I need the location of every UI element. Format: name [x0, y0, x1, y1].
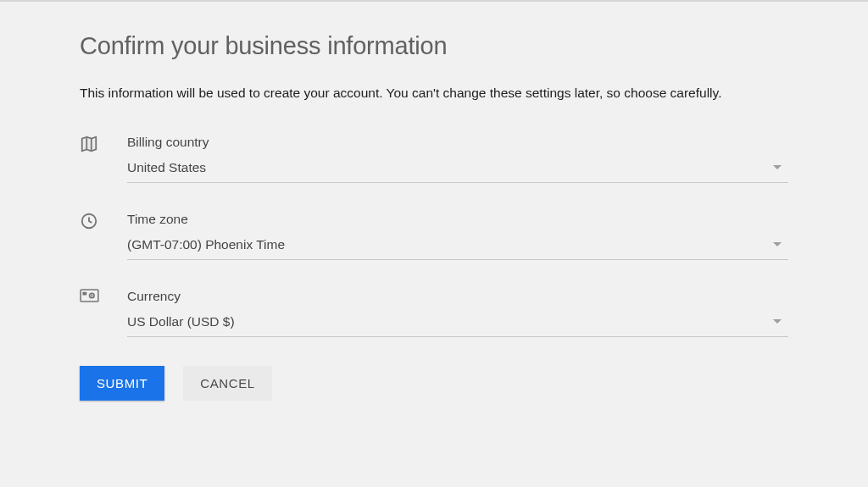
page-title: Confirm your business information	[80, 32, 788, 60]
currency-value: US Dollar (USD $)	[127, 314, 235, 329]
currency-label: Currency	[127, 289, 788, 304]
cancel-button[interactable]: Cancel	[183, 366, 271, 401]
page-subtitle: This information will be used to create …	[80, 84, 788, 102]
time-zone-dropdown[interactable]: (GMT-07:00) Phoenix Time	[127, 237, 788, 260]
billing-country-value: United States	[127, 160, 206, 175]
button-row: Submit Cancel	[80, 366, 788, 401]
map-icon	[80, 135, 127, 153]
field-time-zone: Time zone (GMT-07:00) Phoenix Time	[80, 212, 788, 260]
form-container: Confirm your business information This i…	[0, 2, 868, 401]
field-billing-country: Billing country United States	[80, 135, 788, 183]
currency-card-icon	[80, 289, 127, 303]
clock-icon	[80, 212, 127, 230]
time-zone-value: (GMT-07:00) Phoenix Time	[127, 237, 285, 252]
billing-country-label: Billing country	[127, 135, 788, 150]
chevron-down-icon	[773, 242, 782, 246]
billing-country-dropdown[interactable]: United States	[127, 160, 788, 183]
currency-dropdown[interactable]: US Dollar (USD $)	[127, 314, 788, 337]
field-currency: Currency US Dollar (USD $)	[80, 289, 788, 337]
submit-button[interactable]: Submit	[80, 366, 164, 401]
chevron-down-icon	[773, 165, 782, 169]
svg-rect-2	[82, 291, 86, 295]
chevron-down-icon	[773, 319, 782, 324]
time-zone-label: Time zone	[127, 212, 788, 227]
